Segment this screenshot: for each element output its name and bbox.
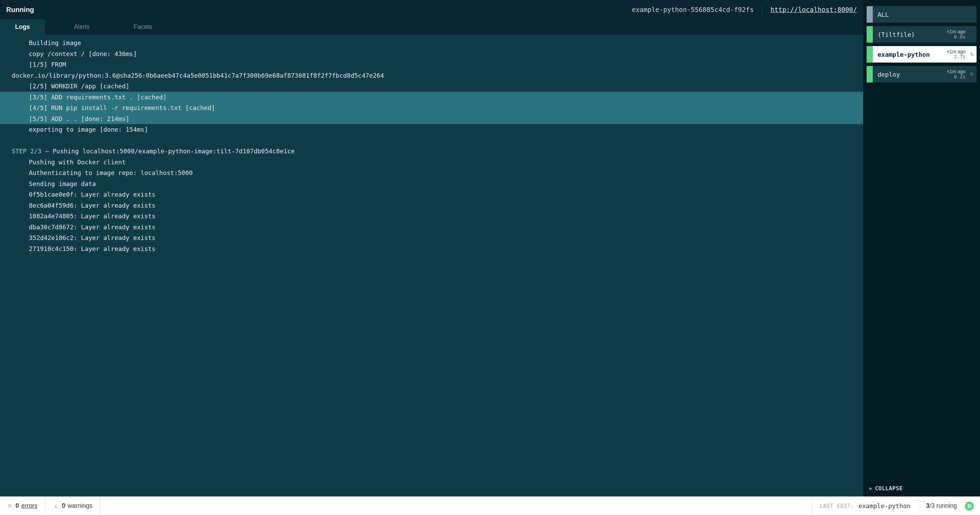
- resource-sidebar: ALL(Tiltfile)<1m ago0.0sexample-python<1…: [863, 0, 980, 480]
- svg-point-2: [967, 506, 969, 508]
- log-text: docker.io/library/python:3.6@sha256:0b6a…: [12, 72, 384, 79]
- resource-duration: 2.7s: [947, 54, 966, 59]
- log-line: 1082a4e74805: Layer already exists: [0, 211, 863, 222]
- running-segment: 3/3 running: [918, 497, 965, 515]
- tilt-logo-icon[interactable]: [965, 502, 974, 510]
- reload-icon[interactable]: ↻: [967, 72, 977, 77]
- log-line: 271910c4c150: Layer already exists: [0, 243, 863, 254]
- warnings-count: 0: [62, 502, 65, 509]
- collapse-button[interactable]: » COLLAPSE: [863, 480, 980, 496]
- log-line: [1/5] FROMdocker.io/library/python:3.6@s…: [0, 59, 863, 81]
- log-text: [3/5] ADD requirements.txt . [cached]: [29, 93, 168, 101]
- log-pane[interactable]: Building imagecopy /context / [done: 436…: [0, 35, 863, 496]
- errors-segment[interactable]: ✖ 0 errors: [0, 497, 45, 515]
- pod-name: example-python-556885c4cd-f92fs: [632, 6, 754, 13]
- collapse-label: COLLAPSE: [875, 485, 903, 492]
- sidebar-item-all[interactable]: ALL: [867, 6, 977, 23]
- tab-alerts[interactable]: Alerts: [59, 19, 105, 35]
- header-divider: [762, 5, 762, 14]
- endpoint-link[interactable]: http://localhost:8000/: [770, 6, 857, 13]
- header-bar: Running example-python-556885c4cd-f92fs …: [0, 0, 863, 19]
- log-line: exporting to image [done: 154ms]: [0, 124, 863, 135]
- resource-name: deploy: [873, 71, 947, 78]
- last-edit-name: example-python: [858, 502, 911, 510]
- running-done: 3: [926, 502, 929, 509]
- log-line: [2/5] WORKDIR /app [cached]: [0, 81, 863, 92]
- resource-meta: <1m ago0.2s: [947, 69, 967, 79]
- last-edit-label: LAST EDIT:: [820, 503, 854, 509]
- resource-duration: 0.0s: [947, 34, 966, 40]
- log-line: [4/5] RUN pip install -r requirements.tx…: [0, 102, 863, 113]
- log-line: STEP 2/3 — Pushing localhost:5000/exampl…: [0, 146, 863, 157]
- resource-name: (Tiltfile): [873, 31, 947, 38]
- reload-icon[interactable]: ↻: [967, 51, 977, 57]
- tab-bar: LogsAlertsFacets: [0, 19, 863, 35]
- chevron-right-icon: »: [869, 485, 872, 492]
- resource-meta: <1m ago2.7s: [947, 49, 967, 59]
- log-line: [5/5] ADD . . [done: 214ms]: [0, 113, 863, 124]
- log-line: 0f5b1cae0e0f: Layer already exists: [0, 189, 863, 200]
- log-line: [3/5] ADD requirements.txt . [cached]: [0, 92, 863, 103]
- log-line: Building image: [0, 37, 863, 48]
- resource-name: ALL: [873, 11, 967, 18]
- status-bar: [867, 6, 873, 23]
- warnings-segment[interactable]: ▲ 0 warnings: [45, 497, 100, 515]
- error-icon: ✖: [8, 502, 12, 509]
- log-line: dba30c7d8672: Layer already exists: [0, 222, 863, 233]
- svg-point-1: [970, 504, 971, 506]
- svg-point-0: [967, 504, 969, 506]
- last-edit-segment: LAST EDIT: example-python: [812, 497, 918, 515]
- sidebar-item-deploy[interactable]: deploy<1m ago0.2s↻: [867, 66, 977, 83]
- status-footer: ✖ 0 errors ▲ 0 warnings LAST EDIT: examp…: [0, 496, 980, 515]
- log-text: [5/5] ADD . . [done: 214ms]: [29, 115, 131, 123]
- status-bar: [867, 46, 873, 62]
- resource-meta: <1m ago0.0s: [947, 29, 967, 39]
- tab-logs[interactable]: Logs: [0, 19, 45, 35]
- sidebar-item--tiltfile-[interactable]: (Tiltfile)<1m ago0.0s: [867, 26, 977, 43]
- resource-duration: 0.2s: [947, 74, 966, 80]
- log-line: copy /context / [done: 436ms]: [0, 48, 863, 59]
- svg-point-3: [970, 506, 971, 508]
- log-line: Authenticating to image repo: localhost:…: [0, 167, 863, 179]
- running-label: running: [935, 502, 957, 509]
- errors-count: 0: [16, 502, 19, 509]
- resource-ago: <1m ago: [947, 29, 966, 34]
- errors-label[interactable]: errors: [21, 502, 37, 509]
- log-text: [4/5] RUN pip install -r requirements.tx…: [29, 104, 216, 112]
- tab-facets[interactable]: Facets: [119, 19, 167, 35]
- status-label: Running: [6, 6, 34, 14]
- log-line: 8ec6a04f59d6: Layer already exists: [0, 200, 863, 211]
- status-bar: [867, 26, 873, 43]
- running-total: /3: [929, 502, 935, 509]
- step-label: STEP 2/3: [12, 147, 41, 155]
- status-bar: [867, 66, 873, 83]
- resource-name: example-python: [873, 51, 947, 58]
- log-line: Pushing with Docker client: [0, 157, 863, 168]
- log-text: [1/5] FROM: [29, 61, 66, 68]
- log-line: [0, 135, 863, 146]
- warnings-label: warnings: [68, 502, 92, 509]
- sidebar-item-example-python[interactable]: example-python<1m ago2.7s↻: [867, 46, 977, 62]
- resource-ago: <1m ago: [947, 49, 966, 54]
- log-line: 352d42e186c2: Layer already exists: [0, 233, 863, 243]
- step-rest: — Pushing localhost:5000/example-python-…: [41, 147, 295, 155]
- resource-ago: <1m ago: [947, 69, 966, 74]
- log-line: Sending image data: [0, 179, 863, 190]
- warning-icon: ▲: [53, 503, 59, 509]
